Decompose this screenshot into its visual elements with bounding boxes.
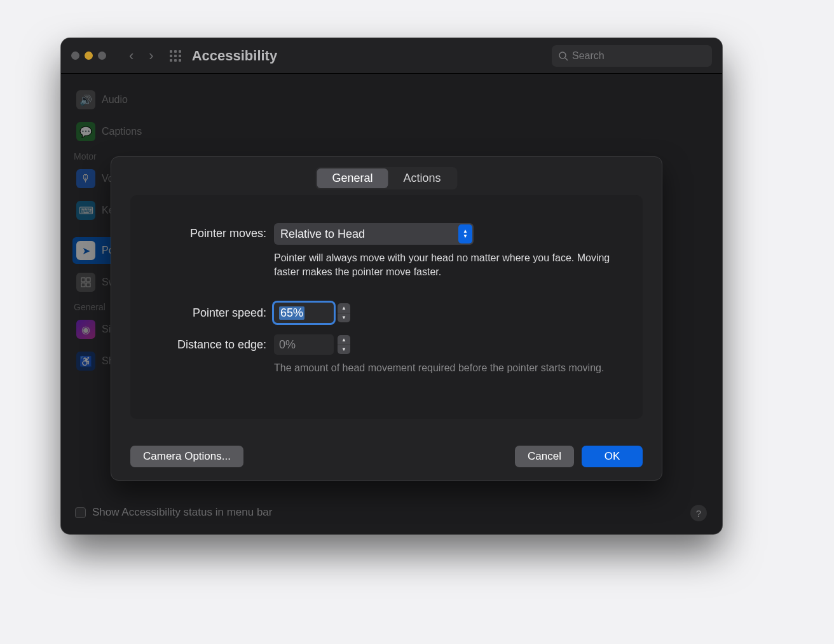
svg-point-9 [559, 52, 566, 58]
row-distance-to-edge: Distance to edge: 0% ▲ ▼ The amount of h… [149, 334, 624, 375]
svg-rect-5 [179, 55, 181, 57]
close-window-button[interactable] [71, 51, 79, 60]
general-panel: Pointer moves: Relative to Head ▲▼ Point… [130, 195, 643, 419]
distance-to-edge-stepper[interactable]: ▲ ▼ [338, 335, 350, 354]
pointer-moves-dropdown[interactable]: Relative to Head ▲▼ [274, 223, 474, 245]
svg-rect-2 [179, 50, 181, 53]
distance-to-edge-help: The amount of head movement required bef… [274, 361, 624, 375]
siri-icon: ◉ [76, 320, 95, 339]
row-pointer-speed: Pointer speed: 65% ▲ ▼ [149, 303, 624, 323]
search-field[interactable]: Search [552, 45, 712, 67]
forward-button[interactable]: › [149, 48, 153, 64]
pointer-speed-label: Pointer speed: [149, 303, 274, 320]
voice-icon: 🎙 [76, 169, 95, 188]
distance-to-edge-input[interactable]: 0% [274, 334, 334, 355]
nav-arrows: ‹ › [129, 48, 154, 64]
distance-to-edge-label: Distance to edge: [149, 334, 274, 352]
svg-rect-0 [170, 50, 172, 53]
options-sheet: General Actions Pointer moves: Relative … [111, 156, 662, 481]
zoom-window-button[interactable] [98, 51, 106, 60]
tab-actions[interactable]: Actions [388, 168, 456, 188]
help-button[interactable]: ? [690, 505, 707, 521]
preferences-window: ‹ › Accessibility Search 🔊 Audio 💬 Capti… [61, 38, 722, 534]
pointer-moves-label: Pointer moves: [149, 223, 274, 240]
sidebar-item-label: Audio [102, 94, 128, 106]
svg-rect-8 [179, 59, 181, 62]
sidebar-item-audio[interactable]: 🔊 Audio [72, 86, 192, 113]
svg-rect-4 [174, 55, 177, 57]
keyboard-icon: ⌨ [76, 201, 95, 220]
svg-rect-12 [86, 278, 90, 282]
svg-rect-1 [174, 50, 177, 53]
show-status-checkbox[interactable] [75, 507, 86, 518]
search-icon [558, 51, 568, 61]
segmented-tabs: General Actions [315, 167, 457, 189]
ok-button[interactable]: OK [582, 446, 643, 467]
chevron-up-down-icon: ▲▼ [458, 224, 472, 243]
show-status-label: Show Accessibility status in menu bar [92, 506, 272, 519]
pointer-moves-help: Pointer will always move with your head … [274, 251, 624, 278]
pointer-speed-input[interactable]: 65% [274, 303, 334, 323]
svg-line-10 [565, 58, 568, 60]
pointer-speed-stepper[interactable]: ▲ ▼ [338, 303, 350, 322]
stepper-down-icon[interactable]: ▼ [338, 313, 350, 323]
svg-rect-11 [81, 278, 85, 282]
window-controls [71, 51, 106, 60]
show-all-icon[interactable] [169, 50, 182, 62]
sidebar-item-captions[interactable]: 💬 Captions [72, 118, 192, 145]
audio-icon: 🔊 [76, 90, 95, 109]
back-button[interactable]: ‹ [129, 48, 133, 64]
switch-icon [76, 273, 95, 292]
minimize-window-button[interactable] [85, 51, 93, 60]
svg-rect-6 [170, 59, 172, 62]
pointer-icon: ➤ [76, 241, 95, 260]
stepper-up-icon[interactable]: ▲ [338, 303, 350, 313]
svg-rect-3 [170, 55, 172, 57]
stepper-down-icon[interactable]: ▼ [338, 345, 350, 355]
pointer-moves-value: Relative to Head [280, 228, 365, 241]
captions-icon: 💬 [76, 122, 95, 141]
row-pointer-moves: Pointer moves: Relative to Head ▲▼ Point… [149, 223, 624, 278]
sidebar-item-label: Captions [102, 126, 142, 137]
search-placeholder: Search [572, 50, 605, 62]
toolbar: ‹ › Accessibility Search [61, 38, 722, 74]
svg-rect-14 [86, 283, 90, 287]
camera-options-button[interactable]: Camera Options... [130, 446, 243, 467]
svg-rect-13 [81, 283, 85, 287]
window-title: Accessibility [192, 48, 278, 64]
shortcut-icon: ♿ [76, 352, 95, 371]
tab-general[interactable]: General [317, 168, 388, 188]
svg-rect-7 [174, 59, 177, 62]
distance-to-edge-value: 0% [279, 338, 296, 352]
stepper-up-icon[interactable]: ▲ [338, 335, 350, 345]
sheet-footer: Camera Options... Cancel OK [130, 446, 643, 467]
cancel-button[interactable]: Cancel [515, 446, 574, 467]
show-status-checkbox-row: Show Accessibility status in menu bar [75, 506, 272, 519]
pointer-speed-value: 65% [279, 306, 304, 320]
